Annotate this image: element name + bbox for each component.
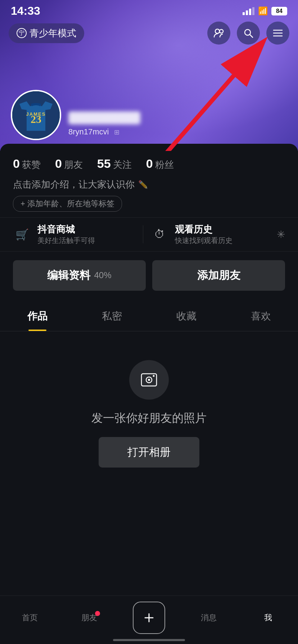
battery-indicator: 84 xyxy=(271,7,287,15)
open-album-button[interactable]: 打开相册 xyxy=(99,437,199,468)
tag-add-button[interactable]: + 添加年龄、所在地等标签 xyxy=(13,196,122,212)
history-title: 观看历史 xyxy=(175,224,232,236)
nav-right-buttons xyxy=(207,22,289,45)
stat-following-num: 55 xyxy=(97,157,111,171)
nav-create[interactable] xyxy=(131,602,167,634)
avatar[interactable]: 23 JAMES xyxy=(11,90,61,140)
stat-followers[interactable]: 0 粉丝 xyxy=(146,157,174,171)
history-subtitle: 快速找到观看历史 xyxy=(175,236,232,245)
stat-likes-label: 获赞 xyxy=(22,158,41,171)
tab-private[interactable]: 私密 xyxy=(74,302,149,331)
profile-name-area: 8ryn17mcvi ⊞ xyxy=(68,111,140,140)
svg-point-15 xyxy=(153,375,155,377)
quick-link-mall-text: 抖音商城 美好生活触手可得 xyxy=(37,224,95,245)
stat-friends-label: 朋友 xyxy=(64,158,83,171)
edit-profile-button[interactable]: 编辑资料 40% xyxy=(13,260,146,291)
bottom-navigation: 首页 朋友 消息 我 xyxy=(0,595,298,644)
friends-button[interactable] xyxy=(207,22,230,45)
tab-liked[interactable]: 喜欢 xyxy=(224,302,298,331)
more-icon[interactable]: ✳ xyxy=(273,229,285,240)
cart-icon: 🛒 xyxy=(13,225,31,243)
quick-links: 🛒 抖音商城 美好生活触手可得 ⏱ 观看历史 快速找到观看历史 ✳ xyxy=(0,217,298,252)
svg-text:JAMES: JAMES xyxy=(26,111,46,117)
empty-text: 发一张你好朋友的照片 xyxy=(91,410,207,426)
quick-link-history[interactable]: ⏱ 观看历史 快速找到观看历史 xyxy=(150,224,273,245)
youth-mode-label: 青少年模式 xyxy=(30,27,76,40)
svg-point-14 xyxy=(148,379,150,381)
nav-home[interactable]: 首页 xyxy=(12,612,48,623)
status-time: 14:33 xyxy=(11,4,40,18)
nav-me-label: 我 xyxy=(264,612,272,623)
stat-friends-num: 0 xyxy=(55,157,62,171)
nav-messages-label: 消息 xyxy=(201,612,217,623)
nav-home-label: 首页 xyxy=(22,612,38,623)
search-button[interactable] xyxy=(237,22,260,45)
empty-icon xyxy=(129,360,169,400)
main-content: 0 获赞 0 朋友 55 关注 0 粉丝 点击添加介绍，让大家认识你 ✏️ + … xyxy=(0,144,298,547)
stat-followers-num: 0 xyxy=(146,157,153,171)
home-indicator xyxy=(113,639,185,641)
history-icon: ⏱ xyxy=(150,225,168,243)
add-friend-button[interactable]: 添加朋友 xyxy=(152,260,285,291)
stat-likes-num: 0 xyxy=(13,157,20,171)
top-navigation: 宁 青少年模式 xyxy=(0,22,298,45)
hero-cover: 宁 青少年模式 xyxy=(0,0,298,151)
tab-favorites[interactable]: 收藏 xyxy=(149,302,224,331)
tab-works[interactable]: 作品 xyxy=(0,302,74,331)
mall-title: 抖音商城 xyxy=(37,224,95,236)
stat-following[interactable]: 55 关注 xyxy=(97,157,132,171)
action-buttons: 编辑资料 40% 添加朋友 xyxy=(0,260,298,302)
svg-line-5 xyxy=(250,34,253,37)
edit-progress: 40% xyxy=(94,270,111,280)
stats-row: 0 获赞 0 朋友 55 关注 0 粉丝 xyxy=(0,144,298,178)
profile-name-blurred xyxy=(68,111,140,124)
create-button[interactable] xyxy=(133,602,165,634)
avatar-image: 23 JAMES xyxy=(12,91,60,139)
status-icons: 📶 84 xyxy=(243,6,287,16)
bio-section: 点击添加介绍，让大家认识你 ✏️ + 添加年龄、所在地等标签 xyxy=(0,178,298,217)
stat-followers-label: 粉丝 xyxy=(155,158,174,171)
youth-mode-badge[interactable]: 宁 青少年模式 xyxy=(9,23,84,43)
mall-subtitle: 美好生活触手可得 xyxy=(37,236,95,245)
status-bar: 14:33 📶 84 xyxy=(0,0,298,20)
signal-icon xyxy=(243,7,254,15)
edit-pen-icon: ✏️ xyxy=(138,180,148,189)
svg-point-3 xyxy=(220,29,223,33)
svg-point-2 xyxy=(215,29,220,33)
profile-id: 8ryn17mcvi ⊞ xyxy=(68,127,140,137)
nav-friends-label: 朋友 xyxy=(81,612,97,623)
content-tabs: 作品 私密 收藏 喜欢 xyxy=(0,302,298,331)
nav-friends[interactable]: 朋友 xyxy=(71,612,107,623)
empty-state: 发一张你好朋友的照片 打开相册 xyxy=(0,331,298,489)
nav-messages[interactable]: 消息 xyxy=(191,612,227,623)
quick-link-history-text: 观看历史 快速找到观看历史 xyxy=(175,224,232,245)
stat-likes[interactable]: 0 获赞 xyxy=(13,157,41,171)
stat-friends[interactable]: 0 朋友 xyxy=(55,157,83,171)
quick-link-mall[interactable]: 🛒 抖音商城 美好生活触手可得 xyxy=(13,224,136,245)
stat-following-label: 关注 xyxy=(113,158,132,171)
wifi-icon: 📶 xyxy=(258,6,268,16)
bio-text[interactable]: 点击添加介绍，让大家认识你 ✏️ xyxy=(13,178,285,191)
profile-hero: 23 JAMES 8ryn17mcvi ⊞ xyxy=(11,90,140,140)
youth-mode-icon: 宁 xyxy=(17,28,27,38)
divider xyxy=(143,225,143,243)
menu-button[interactable] xyxy=(266,22,289,45)
nav-me[interactable]: 我 xyxy=(250,612,286,623)
